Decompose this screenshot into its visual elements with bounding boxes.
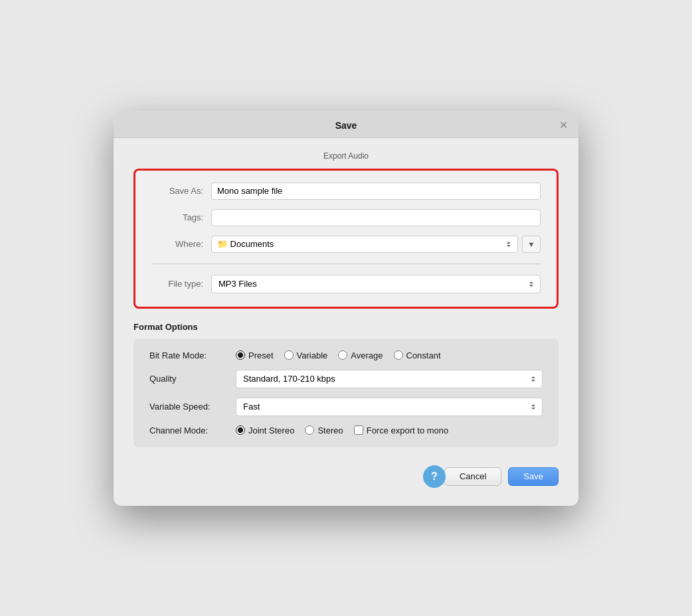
tags-row: Tags: bbox=[151, 209, 541, 226]
radio-constant[interactable]: Constant bbox=[394, 350, 441, 360]
help-button[interactable]: ? bbox=[423, 465, 446, 488]
dialog-body: Export Audio Save As: Tags: Where: 📁 Doc… bbox=[114, 138, 578, 506]
radio-stereo[interactable]: Stereo bbox=[305, 425, 343, 435]
quality-row: Quality Standard, 170-210 kbps High, 220… bbox=[149, 370, 543, 388]
file-type-select[interactable]: MP3 Files WAV Files AIFF Files FLAC File… bbox=[211, 275, 541, 293]
radio-preset[interactable]: Preset bbox=[236, 350, 274, 360]
channel-mode-group: Joint Stereo Stereo Force export to mono bbox=[236, 425, 448, 435]
force-mono-item[interactable]: Force export to mono bbox=[354, 425, 449, 435]
variable-speed-row: Variable Speed: Fast Standard Turbo bbox=[149, 398, 543, 416]
quality-select[interactable]: Standard, 170-210 kbps High, 220-260 kbp… bbox=[236, 370, 543, 388]
file-type-label: File type: bbox=[151, 279, 211, 289]
stereo-label: Stereo bbox=[317, 425, 343, 435]
save-options-box: Save As: Tags: Where: 📁 Documents 🏠 Home… bbox=[133, 169, 559, 309]
save-as-label: Save As: bbox=[151, 186, 211, 196]
channel-mode-row: Channel Mode: Joint Stereo Stereo Force … bbox=[149, 425, 543, 435]
cancel-button[interactable]: Cancel bbox=[444, 467, 501, 486]
tags-label: Tags: bbox=[151, 212, 211, 222]
variable-speed-label: Variable Speed: bbox=[149, 402, 236, 412]
force-mono-label: Force export to mono bbox=[367, 425, 449, 435]
where-controls: 📁 Documents 🏠 Home 🖥 Desktop ▼ bbox=[211, 236, 541, 253]
where-select[interactable]: 📁 Documents 🏠 Home 🖥 Desktop bbox=[211, 236, 518, 253]
action-buttons: Cancel Save bbox=[444, 467, 559, 486]
variable-speed-select[interactable]: Fast Standard Turbo bbox=[236, 398, 543, 416]
bit-rate-mode-row: Bit Rate Mode: Preset Variable Average bbox=[149, 350, 543, 360]
radio-variable[interactable]: Variable bbox=[284, 350, 328, 360]
save-as-input[interactable] bbox=[211, 183, 541, 200]
bit-rate-mode-group: Preset Variable Average Constant bbox=[236, 350, 441, 360]
bit-rate-mode-label: Bit Rate Mode: bbox=[149, 350, 236, 360]
channel-mode-label: Channel Mode: bbox=[149, 425, 236, 435]
bottom-area: ? Cancel Save bbox=[133, 461, 559, 486]
average-label: Average bbox=[351, 350, 383, 360]
quality-label: Quality bbox=[149, 374, 236, 384]
radio-joint-stereo[interactable]: Joint Stereo bbox=[236, 425, 294, 435]
radio-average[interactable]: Average bbox=[338, 350, 383, 360]
where-row: Where: 📁 Documents 🏠 Home 🖥 Desktop ▼ bbox=[151, 236, 541, 253]
export-audio-label: Export Audio bbox=[133, 151, 559, 161]
tags-input[interactable] bbox=[211, 209, 541, 226]
dialog-title: Save bbox=[335, 120, 357, 131]
variable-label: Variable bbox=[297, 350, 328, 360]
divider bbox=[151, 264, 541, 264]
save-button[interactable]: Save bbox=[508, 467, 559, 486]
titlebar: Save ✕ bbox=[114, 111, 578, 138]
save-as-row: Save As: bbox=[151, 183, 541, 200]
constant-label: Constant bbox=[406, 350, 441, 360]
close-button[interactable]: ✕ bbox=[559, 120, 568, 129]
format-options-header: Format Options bbox=[133, 322, 559, 332]
force-mono-checkbox[interactable] bbox=[354, 425, 363, 435]
save-dialog: Save ✕ Export Audio Save As: Tags: Where… bbox=[114, 111, 578, 506]
where-expand-button[interactable]: ▼ bbox=[522, 236, 541, 253]
where-label: Where: bbox=[151, 239, 211, 249]
joint-stereo-label: Joint Stereo bbox=[248, 425, 294, 435]
file-type-row: File type: MP3 Files WAV Files AIFF File… bbox=[151, 275, 541, 293]
format-options-box: Bit Rate Mode: Preset Variable Average bbox=[133, 339, 559, 447]
preset-label: Preset bbox=[248, 350, 274, 360]
